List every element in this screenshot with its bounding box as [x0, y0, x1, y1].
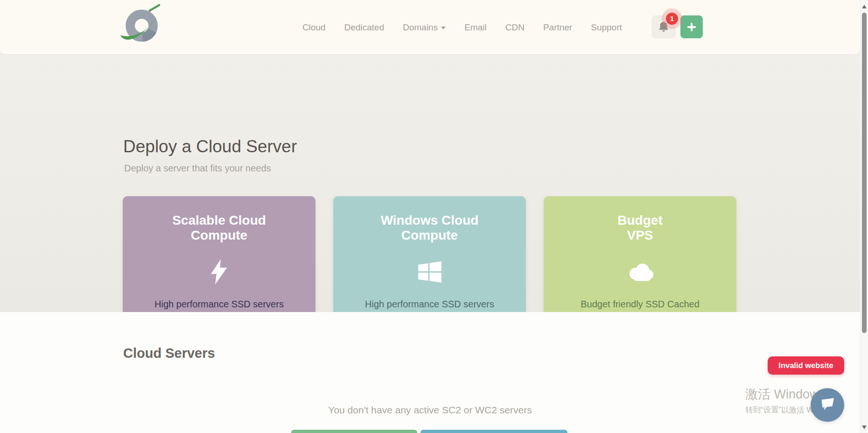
- scroll-down-icon[interactable]: [862, 426, 867, 429]
- cloud-servers-section: Cloud Servers Invalid website You don't …: [0, 312, 860, 433]
- nav-item-dedicated[interactable]: Dedicated: [344, 22, 385, 33]
- nav-item-email[interactable]: Email: [464, 22, 487, 33]
- page-title: Deploy a Cloud Server: [123, 137, 297, 156]
- chevron-down-icon: [441, 27, 446, 29]
- create-sc2-server-button[interactable]: [291, 430, 417, 433]
- top-nav-bar: Cloud Dedicated Domains Email CDN Partne…: [0, 0, 860, 55]
- cloud-icon: [626, 262, 655, 282]
- create-wc2-server-button[interactable]: [420, 430, 567, 433]
- plus-icon: [686, 22, 697, 32]
- chat-bubble-icon: [817, 395, 838, 415]
- scroll-up-icon[interactable]: [862, 5, 867, 8]
- invalid-website-button[interactable]: Invalid website: [768, 356, 844, 375]
- nav-item-partner[interactable]: Partner: [543, 22, 572, 33]
- card-title: Scalable Cloud Compute: [172, 213, 266, 243]
- nav-item-support[interactable]: Support: [591, 22, 622, 33]
- nav-item-domains[interactable]: Domains: [403, 22, 446, 33]
- card-title: Windows Cloud Compute: [381, 213, 479, 243]
- brand-logo-icon[interactable]: [117, 3, 161, 47]
- page: Cloud Dedicated Domains Email CDN Partne…: [0, 0, 868, 433]
- section-title: Cloud Servers: [123, 346, 215, 361]
- page-subtitle: Deploy a server that fits your needs: [124, 163, 271, 174]
- windows-icon: [418, 261, 442, 283]
- vertical-scrollbar[interactable]: [860, 0, 868, 433]
- notification-badge: 1: [666, 13, 678, 25]
- live-chat-button[interactable]: [811, 388, 844, 422]
- empty-state-message: You don't have any active SC2 or WC2 ser…: [0, 405, 860, 416]
- nav-item-cdn[interactable]: CDN: [505, 22, 525, 33]
- card-title: Budget VPS: [617, 213, 662, 243]
- scrollbar-thumb[interactable]: [862, 13, 867, 333]
- lightning-icon: [211, 259, 228, 285]
- add-server-button[interactable]: [680, 15, 703, 38]
- nav-item-cloud[interactable]: Cloud: [302, 22, 326, 33]
- deploy-section: Deploy a Cloud Server Deploy a server th…: [0, 55, 860, 312]
- main-nav: Cloud Dedicated Domains Email CDN Partne…: [302, 0, 622, 55]
